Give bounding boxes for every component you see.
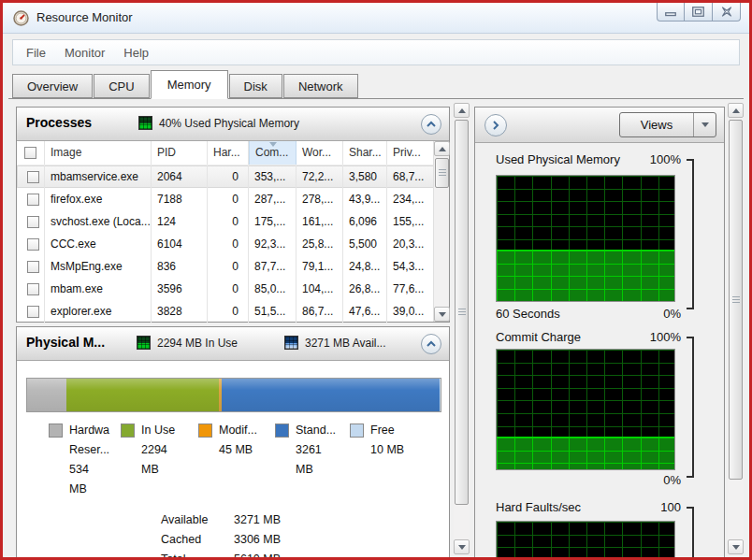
chart-title: Commit Charge [496,330,581,344]
expand-panel-button[interactable] [484,114,507,136]
summary-total: Total 5610 MB [17,550,449,557]
left-pane-scrollbar[interactable] [454,103,470,554]
physical-memory-header: Physical M... 2294 MB In Use 3271 MB Ava… [17,327,449,361]
cell-commit: 85,0... [249,278,296,300]
legend-line: 2294 [141,440,195,460]
bar-segment-standby [222,379,440,411]
cell-image: mbamservice.exe [45,165,152,188]
tab-overview[interactable]: Overview [12,74,93,98]
legend-line: Hardwa [69,421,123,440]
minimize-button[interactable] [657,3,685,22]
graph-grid [497,522,674,557]
views-button[interactable]: Views [619,112,716,137]
sort-descending-icon [269,142,277,147]
hard-faults-graph [496,521,675,557]
maximize-button[interactable] [685,3,713,22]
scroll-up-button[interactable] [454,103,470,118]
legend-line: Reser... [69,440,123,460]
triangle-up-icon [439,147,446,151]
close-icon [721,7,732,17]
menu-help[interactable]: Help [114,42,158,64]
legend-line: 3261 [296,440,350,460]
processes-panel: Processes 40% Used Physical Memory Image… [16,107,450,323]
process-row-msmpeng[interactable]: MsMpEng.exe 836 0 87,7... 79,1... 24,8..… [17,255,449,278]
legend-swatch [350,424,364,438]
cell-shareable: 5,500 [343,233,387,255]
processes-table-header: Image PID Har... Com... Wor... Shar... P… [17,141,449,165]
row-checkbox[interactable] [27,306,39,318]
legend-line: 534 [69,460,123,480]
scrollbar-thumb[interactable] [455,120,469,505]
row-checkbox[interactable] [27,171,39,183]
views-dropdown-arrow[interactable] [693,113,716,136]
cell-image: explorer.exe [45,300,152,323]
available-mini-graph-icon [284,336,298,350]
scale-bracket [687,337,694,478]
graph-fill [497,250,674,301]
cell-private: 234,... [387,188,433,210]
tab-cpu[interactable]: CPU [94,74,149,98]
tab-network[interactable]: Network [283,74,358,98]
triangle-down-icon [458,545,466,550]
cell-shareable: 47,6... [343,300,387,323]
column-header-image[interactable]: Image [45,141,152,165]
processes-header: Processes 40% Used Physical Memory [17,108,449,141]
chart-min-label: 0% [663,307,681,321]
column-header-hard-faults[interactable]: Har... [208,141,249,165]
legend-line: 10 MB [370,440,425,460]
process-row-mbam[interactable]: mbam.exe 3596 0 85,0... 104,... 26,8... … [17,278,449,300]
cell-commit: 87,7... [249,255,296,278]
row-checkbox-cell [17,210,45,233]
tab-disk[interactable]: Disk [229,74,282,98]
row-checkbox[interactable] [27,216,39,228]
process-row-explorer[interactable]: explorer.exe 3828 0 51,5... 86,7... 47,6… [17,300,449,323]
column-header-commit[interactable]: Com... [249,141,296,165]
row-checkbox-cell [17,278,45,300]
select-all-checkbox[interactable] [24,147,36,159]
processes-table-scrollbar[interactable] [433,141,449,322]
scale-bracket [687,159,694,309]
graphs-panel-scrollbar[interactable] [728,103,744,554]
chart-used-physical-memory: Used Physical Memory 100% 60 Seconds 0% [475,152,724,330]
scrollbar-thumb[interactable] [729,120,743,480]
row-checkbox-cell [17,255,45,278]
cell-commit: 92,3... [249,233,296,255]
scroll-up-button[interactable] [728,103,744,118]
row-checkbox[interactable] [27,261,39,273]
row-checkbox-cell [17,188,45,210]
menu-bar: File Monitor Help [12,39,740,65]
scroll-down-button[interactable] [434,307,450,322]
scroll-down-button[interactable] [454,539,470,554]
column-header-private[interactable]: Priv... [387,141,433,165]
row-checkbox-cell [17,165,45,188]
process-row-mbamservice[interactable]: mbamservice.exe 2064 0 353,... 72,2... 3… [17,165,449,188]
cell-pid: 3828 [152,300,208,323]
column-header-working-set[interactable]: Wor... [296,141,343,165]
menu-file[interactable]: File [17,42,55,64]
scroll-up-button[interactable] [434,141,450,156]
physical-memory-collapse-button[interactable] [421,334,441,354]
row-checkbox[interactable] [27,283,39,295]
scroll-down-button[interactable] [728,539,744,554]
processes-collapse-button[interactable] [421,114,441,135]
triangle-down-icon [439,312,446,317]
column-header-shareable[interactable]: Shar... [343,141,387,165]
cell-image: CCC.exe [45,233,152,255]
scrollbar-thumb[interactable] [435,158,449,188]
close-button[interactable] [713,3,741,22]
row-checkbox[interactable] [27,194,39,206]
process-row-svchost[interactable]: svchost.exe (Loca... 124 0 175,... 161,.… [17,210,449,233]
tab-memory[interactable]: Memory [151,70,228,99]
process-row-ccc[interactable]: CCC.exe 6104 0 92,3... 25,8... 5,500 20,… [17,233,449,255]
process-row-firefox[interactable]: firefox.exe 7188 0 287,... 278,... 43,9.… [17,188,449,210]
chart-x-label: 60 Seconds [496,307,560,321]
row-checkbox[interactable] [27,238,39,251]
cell-working-set: 79,1... [296,255,343,278]
column-header-pid[interactable]: PID [152,141,208,165]
chart-min-label: 0% [663,473,681,487]
legend-line: 45 MB [219,440,273,460]
tab-bar: Overview CPU Memory Disk Network [12,68,740,98]
bar-segment-in-use [66,379,219,411]
menu-monitor[interactable]: Monitor [55,42,114,64]
legend-swatch [198,424,212,438]
